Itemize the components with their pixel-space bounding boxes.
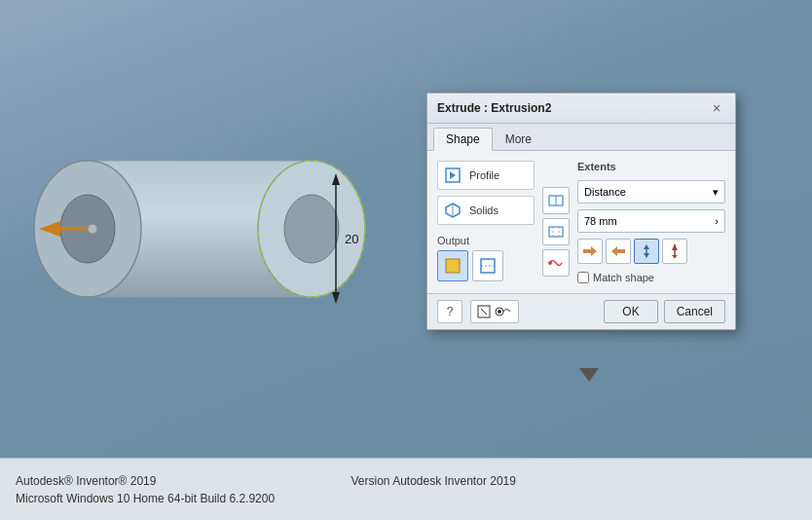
solids-icon <box>442 200 463 221</box>
svg-rect-27 <box>549 227 563 237</box>
svg-marker-32 <box>591 246 597 256</box>
svg-point-9 <box>284 195 339 263</box>
middle-column <box>542 161 570 283</box>
statusbar-line1: Autodesk® Inventor® 2019 Version Autodes… <box>16 474 796 488</box>
symmetric-btn-2[interactable] <box>542 218 570 245</box>
profile-input[interactable]: Profile <box>437 161 535 190</box>
help-button[interactable]: ? <box>437 300 462 323</box>
footer-left: ? <box>437 300 519 323</box>
extents-type-select[interactable]: Distance ▾ <box>577 180 725 204</box>
svg-rect-31 <box>583 249 591 253</box>
svg-rect-23 <box>481 259 495 273</box>
output-solid-button[interactable] <box>437 250 468 281</box>
direction-btn-4[interactable] <box>662 239 687 264</box>
output-section: Output <box>437 235 535 281</box>
dialog-tabs: Shape More <box>427 124 735 151</box>
svg-marker-19 <box>450 171 456 179</box>
svg-marker-40 <box>672 255 678 258</box>
toggle-preview-button[interactable] <box>470 300 519 323</box>
extents-value-input[interactable]: 78 mm › <box>577 209 725 233</box>
extrude-dialog: Extrude : Extrusion2 × Shape More Profil… <box>426 93 736 330</box>
profile-icon <box>442 165 463 186</box>
extents-type-value: Distance <box>584 186 626 198</box>
3d-scene: 20 <box>10 19 419 438</box>
statusbar: Autodesk® Inventor® 2019 Version Autodes… <box>0 458 812 520</box>
dropdown-arrow-icon: ▾ <box>713 186 719 199</box>
solids-input[interactable]: Solids <box>437 196 535 225</box>
svg-marker-37 <box>644 253 649 258</box>
tab-more[interactable]: More <box>493 128 544 150</box>
output-label: Output <box>437 235 535 246</box>
direction-btn-2[interactable] <box>606 239 631 264</box>
output-surface-button[interactable] <box>472 250 503 281</box>
right-column: Extents Distance ▾ 78 mm › <box>577 161 725 283</box>
left-column: Profile Solids Output <box>437 161 535 283</box>
statusbar-bottom: Microsoft Windows 10 Home 64-bit Build 6… <box>16 492 275 505</box>
cancel-button[interactable]: Cancel <box>664 300 725 323</box>
ok-button[interactable]: OK <box>604 300 657 323</box>
extents-label: Extents <box>577 161 725 172</box>
extents-value: 78 mm <box>584 215 617 227</box>
svg-text:20: 20 <box>345 232 358 246</box>
svg-marker-39 <box>672 244 678 250</box>
svg-marker-13 <box>332 292 340 304</box>
statusbar-line2: Microsoft Windows 10 Home 64-bit Build 6… <box>16 492 796 505</box>
svg-point-44 <box>498 310 501 314</box>
dialog-title: Extrude : Extrusion2 <box>437 101 551 115</box>
dialog-footer: ? OK Cancel <box>427 293 735 329</box>
direction-buttons <box>577 239 725 264</box>
statusbar-right: Version Autodesk Inventor 2019 <box>351 474 515 488</box>
svg-rect-33 <box>617 249 625 253</box>
match-shape-checkbox[interactable] <box>577 272 589 283</box>
direction-btn-3[interactable] <box>634 239 659 264</box>
output-buttons <box>437 250 535 281</box>
svg-point-17 <box>88 224 97 234</box>
dialog-arrow-pointer <box>579 368 599 382</box>
match-shape-row: Match shape <box>577 272 725 283</box>
dialog-body: Profile Solids Output <box>427 151 735 293</box>
asymmetric-btn[interactable] <box>542 249 570 277</box>
value-expand-icon: › <box>715 215 719 227</box>
close-button[interactable]: × <box>708 99 725 117</box>
solids-label: Solids <box>469 204 498 216</box>
tab-shape[interactable]: Shape <box>433 128 493 151</box>
footer-right: OK Cancel <box>604 300 725 323</box>
svg-marker-36 <box>644 244 649 249</box>
match-shape-label: Match shape <box>593 272 654 283</box>
dialog-titlebar: Extrude : Extrusion2 × <box>427 93 735 124</box>
svg-rect-22 <box>446 259 460 273</box>
statusbar-left: Autodesk® Inventor® 2019 <box>16 474 156 488</box>
symmetric-btn-1[interactable] <box>542 187 570 214</box>
direction-btn-1[interactable] <box>577 239 603 264</box>
svg-marker-34 <box>611 246 617 256</box>
svg-point-30 <box>548 261 552 265</box>
svg-line-42 <box>481 309 487 315</box>
profile-label: Profile <box>469 169 499 181</box>
